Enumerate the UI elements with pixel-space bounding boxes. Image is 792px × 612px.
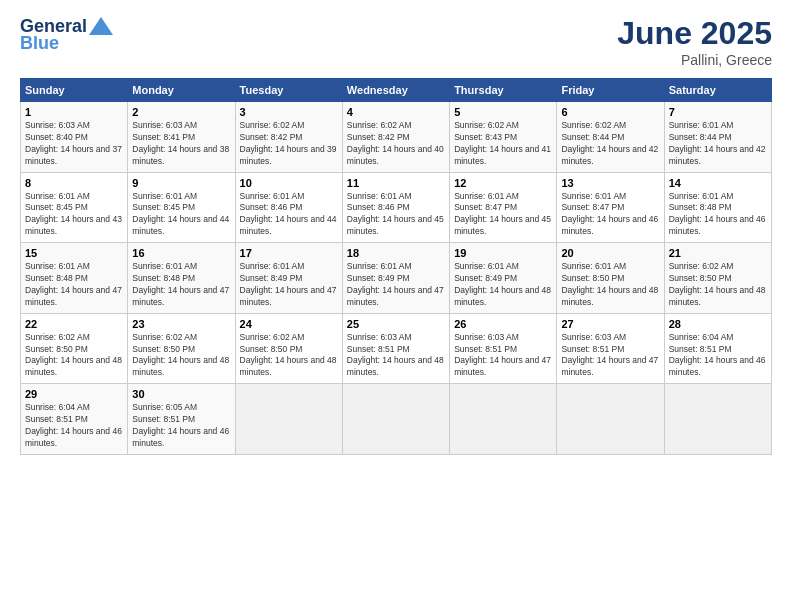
- calendar-cell: 4 Sunrise: 6:02 AM Sunset: 8:42 PM Dayli…: [342, 102, 449, 173]
- logo-icon: [87, 15, 115, 37]
- calendar-cell: 25 Sunrise: 6:03 AM Sunset: 8:51 PM Dayl…: [342, 313, 449, 384]
- day-number: 22: [25, 318, 123, 330]
- day-info: Sunrise: 6:01 AM Sunset: 8:48 PM Dayligh…: [132, 261, 230, 309]
- day-number: 12: [454, 177, 552, 189]
- calendar-row: 22 Sunrise: 6:02 AM Sunset: 8:50 PM Dayl…: [21, 313, 772, 384]
- calendar-cell: [450, 384, 557, 455]
- day-number: 9: [132, 177, 230, 189]
- day-number: 21: [669, 247, 767, 259]
- col-friday: Friday: [557, 79, 664, 102]
- day-number: 26: [454, 318, 552, 330]
- calendar-cell: 2 Sunrise: 6:03 AM Sunset: 8:41 PM Dayli…: [128, 102, 235, 173]
- day-number: 18: [347, 247, 445, 259]
- calendar-table: Sunday Monday Tuesday Wednesday Thursday…: [20, 78, 772, 455]
- day-info: Sunrise: 6:01 AM Sunset: 8:48 PM Dayligh…: [669, 191, 767, 239]
- calendar-cell: 28 Sunrise: 6:04 AM Sunset: 8:51 PM Dayl…: [664, 313, 771, 384]
- day-number: 8: [25, 177, 123, 189]
- logo-blue: Blue: [20, 33, 59, 54]
- calendar-cell: 12 Sunrise: 6:01 AM Sunset: 8:47 PM Dayl…: [450, 172, 557, 243]
- calendar-cell: 29 Sunrise: 6:04 AM Sunset: 8:51 PM Dayl…: [21, 384, 128, 455]
- calendar-cell: 22 Sunrise: 6:02 AM Sunset: 8:50 PM Dayl…: [21, 313, 128, 384]
- calendar-cell: 13 Sunrise: 6:01 AM Sunset: 8:47 PM Dayl…: [557, 172, 664, 243]
- day-info: Sunrise: 6:04 AM Sunset: 8:51 PM Dayligh…: [25, 402, 123, 450]
- calendar-cell: 5 Sunrise: 6:02 AM Sunset: 8:43 PM Dayli…: [450, 102, 557, 173]
- day-number: 24: [240, 318, 338, 330]
- day-number: 7: [669, 106, 767, 118]
- col-saturday: Saturday: [664, 79, 771, 102]
- calendar-row: 15 Sunrise: 6:01 AM Sunset: 8:48 PM Dayl…: [21, 243, 772, 314]
- day-info: Sunrise: 6:01 AM Sunset: 8:50 PM Dayligh…: [561, 261, 659, 309]
- calendar-cell: [235, 384, 342, 455]
- month-title: June 2025: [617, 15, 772, 52]
- day-info: Sunrise: 6:01 AM Sunset: 8:49 PM Dayligh…: [347, 261, 445, 309]
- calendar-cell: 10 Sunrise: 6:01 AM Sunset: 8:46 PM Dayl…: [235, 172, 342, 243]
- day-number: 13: [561, 177, 659, 189]
- calendar-cell: 8 Sunrise: 6:01 AM Sunset: 8:45 PM Dayli…: [21, 172, 128, 243]
- day-number: 29: [25, 388, 123, 400]
- day-info: Sunrise: 6:02 AM Sunset: 8:42 PM Dayligh…: [347, 120, 445, 168]
- day-info: Sunrise: 6:02 AM Sunset: 8:44 PM Dayligh…: [561, 120, 659, 168]
- calendar-cell: [342, 384, 449, 455]
- day-info: Sunrise: 6:01 AM Sunset: 8:46 PM Dayligh…: [347, 191, 445, 239]
- calendar-cell: 17 Sunrise: 6:01 AM Sunset: 8:49 PM Dayl…: [235, 243, 342, 314]
- calendar-cell: 9 Sunrise: 6:01 AM Sunset: 8:45 PM Dayli…: [128, 172, 235, 243]
- day-number: 3: [240, 106, 338, 118]
- calendar-cell: 19 Sunrise: 6:01 AM Sunset: 8:49 PM Dayl…: [450, 243, 557, 314]
- day-info: Sunrise: 6:01 AM Sunset: 8:46 PM Dayligh…: [240, 191, 338, 239]
- day-number: 16: [132, 247, 230, 259]
- day-number: 19: [454, 247, 552, 259]
- col-tuesday: Tuesday: [235, 79, 342, 102]
- calendar-cell: 23 Sunrise: 6:02 AM Sunset: 8:50 PM Dayl…: [128, 313, 235, 384]
- calendar-cell: 6 Sunrise: 6:02 AM Sunset: 8:44 PM Dayli…: [557, 102, 664, 173]
- day-info: Sunrise: 6:01 AM Sunset: 8:45 PM Dayligh…: [132, 191, 230, 239]
- calendar-cell: 18 Sunrise: 6:01 AM Sunset: 8:49 PM Dayl…: [342, 243, 449, 314]
- day-info: Sunrise: 6:01 AM Sunset: 8:44 PM Dayligh…: [669, 120, 767, 168]
- day-info: Sunrise: 6:03 AM Sunset: 8:51 PM Dayligh…: [454, 332, 552, 380]
- col-wednesday: Wednesday: [342, 79, 449, 102]
- day-number: 14: [669, 177, 767, 189]
- col-monday: Monday: [128, 79, 235, 102]
- day-info: Sunrise: 6:02 AM Sunset: 8:50 PM Dayligh…: [25, 332, 123, 380]
- page-container: General Blue June 2025 Pallini, Greece S…: [0, 0, 792, 465]
- svg-marker-0: [89, 17, 113, 35]
- day-number: 25: [347, 318, 445, 330]
- calendar-cell: 20 Sunrise: 6:01 AM Sunset: 8:50 PM Dayl…: [557, 243, 664, 314]
- day-info: Sunrise: 6:03 AM Sunset: 8:51 PM Dayligh…: [347, 332, 445, 380]
- calendar-cell: 7 Sunrise: 6:01 AM Sunset: 8:44 PM Dayli…: [664, 102, 771, 173]
- day-info: Sunrise: 6:02 AM Sunset: 8:42 PM Dayligh…: [240, 120, 338, 168]
- calendar-cell: [557, 384, 664, 455]
- day-number: 11: [347, 177, 445, 189]
- calendar-cell: 11 Sunrise: 6:01 AM Sunset: 8:46 PM Dayl…: [342, 172, 449, 243]
- day-number: 20: [561, 247, 659, 259]
- col-thursday: Thursday: [450, 79, 557, 102]
- calendar-row: 29 Sunrise: 6:04 AM Sunset: 8:51 PM Dayl…: [21, 384, 772, 455]
- calendar-row: 8 Sunrise: 6:01 AM Sunset: 8:45 PM Dayli…: [21, 172, 772, 243]
- day-number: 4: [347, 106, 445, 118]
- day-info: Sunrise: 6:01 AM Sunset: 8:47 PM Dayligh…: [561, 191, 659, 239]
- day-info: Sunrise: 6:03 AM Sunset: 8:51 PM Dayligh…: [561, 332, 659, 380]
- day-number: 10: [240, 177, 338, 189]
- day-number: 5: [454, 106, 552, 118]
- calendar-cell: 15 Sunrise: 6:01 AM Sunset: 8:48 PM Dayl…: [21, 243, 128, 314]
- day-number: 6: [561, 106, 659, 118]
- day-info: Sunrise: 6:01 AM Sunset: 8:49 PM Dayligh…: [240, 261, 338, 309]
- calendar-header-row: Sunday Monday Tuesday Wednesday Thursday…: [21, 79, 772, 102]
- day-info: Sunrise: 6:04 AM Sunset: 8:51 PM Dayligh…: [669, 332, 767, 380]
- calendar-cell: 27 Sunrise: 6:03 AM Sunset: 8:51 PM Dayl…: [557, 313, 664, 384]
- location: Pallini, Greece: [617, 52, 772, 68]
- calendar-cell: 21 Sunrise: 6:02 AM Sunset: 8:50 PM Dayl…: [664, 243, 771, 314]
- day-info: Sunrise: 6:01 AM Sunset: 8:49 PM Dayligh…: [454, 261, 552, 309]
- day-number: 1: [25, 106, 123, 118]
- day-info: Sunrise: 6:05 AM Sunset: 8:51 PM Dayligh…: [132, 402, 230, 450]
- title-block: June 2025 Pallini, Greece: [617, 15, 772, 68]
- calendar-cell: 16 Sunrise: 6:01 AM Sunset: 8:48 PM Dayl…: [128, 243, 235, 314]
- calendar-cell: 30 Sunrise: 6:05 AM Sunset: 8:51 PM Dayl…: [128, 384, 235, 455]
- calendar-cell: 24 Sunrise: 6:02 AM Sunset: 8:50 PM Dayl…: [235, 313, 342, 384]
- day-info: Sunrise: 6:03 AM Sunset: 8:40 PM Dayligh…: [25, 120, 123, 168]
- day-info: Sunrise: 6:02 AM Sunset: 8:50 PM Dayligh…: [669, 261, 767, 309]
- day-number: 17: [240, 247, 338, 259]
- page-header: General Blue June 2025 Pallini, Greece: [20, 15, 772, 68]
- calendar-cell: 1 Sunrise: 6:03 AM Sunset: 8:40 PM Dayli…: [21, 102, 128, 173]
- day-number: 28: [669, 318, 767, 330]
- day-number: 15: [25, 247, 123, 259]
